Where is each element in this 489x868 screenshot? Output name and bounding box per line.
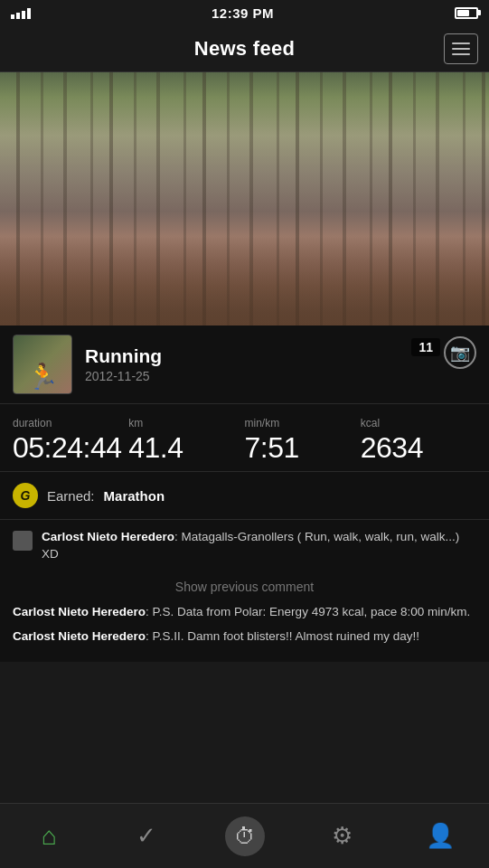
nav-home[interactable]: ⌂ bbox=[0, 804, 98, 868]
activity-card: Running 2012-11-25 11 📷 duration 05:24:4… bbox=[0, 326, 489, 662]
stat-minkm-value: 7:51 bbox=[245, 433, 361, 462]
comment-text-first: Carlost Nieto Heredero: Matagalls-Granol… bbox=[42, 529, 476, 563]
stat-kcal: kcal 2634 bbox=[361, 417, 476, 462]
page-title: News feed bbox=[194, 37, 296, 61]
earned-row: G Earned: Marathon bbox=[0, 472, 489, 520]
status-bar: 12:39 PM bbox=[0, 0, 489, 25]
activity-header: Running 2012-11-25 11 📷 bbox=[0, 326, 489, 404]
stat-km-value: 41.4 bbox=[128, 433, 244, 462]
timer-icon: ⏱ bbox=[225, 816, 265, 856]
activity-date: 2012-11-25 bbox=[85, 369, 476, 383]
comments-section: Carlost Nieto Heredero: Matagalls-Granol… bbox=[0, 520, 489, 662]
hamburger-icon bbox=[452, 42, 470, 44]
nav-timer[interactable]: ⏱ bbox=[195, 804, 293, 868]
header: News feed bbox=[0, 25, 489, 72]
comment-item-first: Carlost Nieto Heredero: Matagalls-Granol… bbox=[13, 529, 476, 563]
stats-row: duration 05:24:44 km 41.4 min/km 7:51 kc… bbox=[0, 404, 489, 472]
stat-km: km 41.4 bbox=[128, 417, 244, 462]
camera-icon: 📷 bbox=[450, 343, 470, 363]
comment-body-second: : P.S. Data from Polar: Energy 4973 kcal… bbox=[146, 605, 470, 618]
comment-author-first: Carlost Nieto Heredero bbox=[42, 530, 174, 543]
hero-image bbox=[0, 72, 489, 326]
commenter-avatar bbox=[13, 531, 33, 551]
earned-value: Marathon bbox=[104, 488, 165, 504]
nav-settings[interactable]: ⚙ bbox=[294, 804, 391, 868]
camera-button[interactable]: 📷 bbox=[444, 336, 476, 369]
stat-kcal-value: 2634 bbox=[361, 433, 476, 462]
earned-prefix: Earned: bbox=[47, 488, 95, 504]
home-icon: ⌂ bbox=[42, 822, 57, 851]
comment-item-second: Carlost Nieto Heredero: P.S. Data from P… bbox=[13, 603, 476, 621]
checkmark-icon: ✓ bbox=[136, 822, 156, 850]
status-time: 12:39 PM bbox=[212, 5, 274, 21]
stat-km-label: km bbox=[128, 417, 244, 429]
gear-icon: ⚙ bbox=[332, 822, 353, 850]
stat-duration: duration 05:24:44 bbox=[13, 417, 128, 462]
person-icon: 👤 bbox=[426, 822, 455, 850]
photo-count-badge: 11 bbox=[411, 338, 440, 356]
menu-button[interactable] bbox=[444, 33, 478, 64]
nav-activity[interactable]: ✓ bbox=[98, 804, 195, 868]
signal-icon bbox=[11, 6, 31, 19]
stat-duration-label: duration bbox=[13, 417, 128, 429]
comment-item-third: Carlost Nieto Heredero: P.S.II. Damn foo… bbox=[13, 627, 476, 646]
comment-author-third: Carlost Nieto Heredero bbox=[13, 629, 146, 643]
user-avatar bbox=[13, 335, 72, 394]
stat-minkm-label: min/km bbox=[245, 417, 361, 429]
stat-kcal-label: kcal bbox=[361, 417, 476, 429]
hamburger-icon bbox=[452, 53, 470, 55]
earned-badge-icon: G bbox=[13, 483, 38, 508]
battery-icon bbox=[455, 7, 478, 19]
bottom-nav: ⌂ ✓ ⏱ ⚙ 👤 bbox=[0, 803, 489, 868]
hamburger-icon bbox=[452, 48, 470, 50]
stat-duration-value: 05:24:44 bbox=[13, 433, 128, 462]
comment-body-third: : P.S.II. Damn foot blisters!! Almost ru… bbox=[146, 629, 419, 643]
comment-author-second: Carlost Nieto Heredero bbox=[13, 605, 146, 618]
nav-profile[interactable]: 👤 bbox=[391, 804, 489, 868]
stat-minkm: min/km 7:51 bbox=[245, 417, 361, 462]
show-previous-button[interactable]: Show previous comment bbox=[13, 572, 476, 603]
